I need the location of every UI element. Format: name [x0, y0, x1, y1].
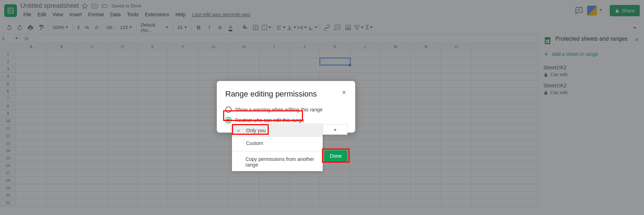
restrict-dropdown-list: Only you Custom Copy permissions from an…	[232, 124, 323, 171]
restrict-dropdown-toggle[interactable]	[323, 124, 347, 135]
dialog-title: Range editing permissions	[217, 89, 355, 104]
radio-unchecked-icon	[225, 106, 232, 113]
arrow-up-icon	[334, 129, 336, 130]
dropdown-option-custom[interactable]: Custom	[232, 137, 323, 150]
close-dialog-icon[interactable]	[341, 89, 347, 95]
dropdown-option-only-you[interactable]: Only you	[232, 124, 323, 137]
done-button[interactable]: Done	[324, 150, 347, 162]
radio-show-warning[interactable]: Show a warning when editing this range	[217, 104, 355, 115]
check-icon	[236, 128, 241, 133]
dropdown-divider	[232, 151, 323, 151]
radio-checked-icon	[225, 117, 232, 123]
dropdown-option-copy[interactable]: Copy permissions from another range	[232, 153, 323, 171]
